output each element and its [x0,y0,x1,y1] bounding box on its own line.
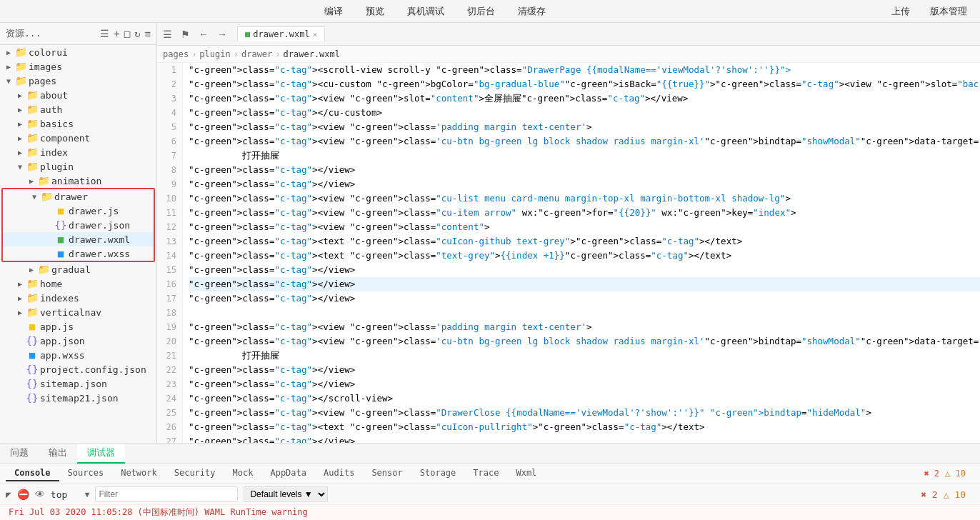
subtab-security[interactable]: Security [166,466,224,481]
eye-icon[interactable]: 👁 [35,489,45,500]
preview-button[interactable]: 预览 [361,4,389,19]
sidebar-item-home[interactable]: ▶ 📁 home [0,276,156,291]
sidebar-item-app-wxss[interactable]: ▶ ■ app.wxss [0,348,156,362]
device-debug-button[interactable]: 真机调试 [403,4,449,19]
expand-icon[interactable]: ◤ [6,489,11,500]
sidebar-title: 资源... [6,27,94,40]
level-select[interactable]: Default levels ▼ [244,486,328,502]
sidebar-item-app-js[interactable]: ▶ ■ app.js [0,319,156,334]
code-editor[interactable]: 1234567891011121314151617181920212223242… [157,63,980,443]
refresh-icon[interactable]: ↻ [134,28,140,39]
tab-close-button[interactable]: ✕ [313,30,318,39]
clear-cache-button[interactable]: 清缓存 [514,4,550,19]
bottom-sub-tabs: Console Sources Network Security Mock Ap… [0,464,980,484]
sidebar-item-drawer-js[interactable]: ▶ ■ drawer.js [3,204,154,218]
json-file-icon: {} [54,219,67,231]
sidebar-item-auth[interactable]: ▶ 📁 auth [0,102,156,116]
subtab-appdata[interactable]: AppData [261,466,315,481]
upload-button[interactable]: 上传 [887,4,914,19]
menu-icon[interactable]: ≡ [145,28,151,39]
sidebar-item-index[interactable]: ▶ 📁 index [0,145,156,159]
item-label: verticalnav [40,307,101,318]
tab-label: drawer.wxml [253,29,309,39]
version-manage-button[interactable]: 版本管理 [926,4,971,19]
sidebar-item-drawer[interactable]: ▼ 📁 drawer [3,189,154,204]
sidebar-item-drawer-json[interactable]: ▶ {} drawer.json [3,218,154,232]
hamburger-icon[interactable]: ☰ [100,28,109,39]
folder-icon: 📁 [26,161,39,172]
block-icon[interactable]: ⛔ [17,489,29,500]
sidebar-item-plugin[interactable]: ▼ 📁 plugin [0,159,156,174]
js-file-icon: ■ [26,321,39,332]
wxss-file-icon: ■ [26,349,39,361]
filter-input[interactable] [95,486,238,502]
folder-icon: 📁 [14,46,27,58]
expand-arrow: ▶ [3,49,14,56]
sidebar-item-project-config[interactable]: ▶ {} project.config.json [0,362,156,376]
compile-button[interactable]: 编译 [320,4,347,19]
subtab-trace[interactable]: Trace [464,466,507,481]
folder-add-icon[interactable]: □ [124,28,130,39]
sidebar-item-images[interactable]: ▶ 📁 images [0,59,156,74]
item-label: drawer.wxml [69,234,130,245]
breadcrumb-segment-2[interactable]: drawer [241,49,272,59]
folder-icon: 📁 [37,175,50,186]
sidebar-item-colorui[interactable]: ▶ 📁 colorui [0,45,156,59]
expand-arrow: ▶ [14,149,26,156]
subtab-wxml[interactable]: Wxml [507,466,545,481]
breadcrumb-segment-1[interactable]: plugin [199,49,230,59]
editor-area: ☰ ⚑ ← → ■ drawer.wxml ✕ pages › plugin ›… [157,23,980,443]
sidebar-item-about[interactable]: ▶ 📁 about [0,88,156,102]
expand-arrow: ▶ [14,309,26,316]
tab-back-button[interactable]: ← [196,27,211,41]
drawer-wxml-tab[interactable]: ■ drawer.wxml ✕ [237,26,325,41]
item-label: index [40,147,68,158]
sidebar-item-sitemap21-json[interactable]: ▶ {} sitemap21.json [0,391,156,405]
breadcrumb-sep-1: › [234,49,239,59]
item-label: pages [29,76,56,86]
dropdown-arrow[interactable]: ▼ [85,490,90,499]
sidebar-item-pages[interactable]: ▼ 📁 pages [0,74,156,88]
subtab-sensor[interactable]: Sensor [363,466,411,481]
tab-menu-button[interactable]: ☰ [160,27,175,41]
code-content[interactable]: "c-green">class="c-tag"><scroll-view scr… [183,63,980,443]
subtab-console[interactable]: Console [6,466,59,481]
sidebar-item-verticalnav[interactable]: ▶ 📁 verticalnav [0,305,156,319]
sidebar-item-indexes[interactable]: ▶ 📁 indexes [0,291,156,305]
expand-arrow: ▶ [14,294,26,302]
sidebar-item-animation[interactable]: ▶ 📁 animation [0,174,156,188]
tab-bookmark-button[interactable]: ⚑ [178,27,193,41]
json-file-icon: {} [26,378,39,389]
subtab-network[interactable]: Network [112,466,166,481]
subtab-mock[interactable]: Mock [224,466,262,481]
bottom-tab-debugger[interactable]: 调试器 [77,444,125,464]
item-label: colorui [29,47,68,58]
subtab-storage[interactable]: Storage [411,466,465,481]
item-label: plugin [40,161,74,172]
top-toolbar: 编译 预览 真机调试 切后台 清缓存 上传 版本管理 [0,0,980,23]
item-label: project.config.json [40,364,146,375]
subtab-audits[interactable]: Audits [315,466,363,481]
sidebar-item-drawer-wxml[interactable]: ▶ ■ drawer.wxml [3,232,154,246]
sidebar-item-sitemap-json[interactable]: ▶ {} sitemap.json [0,376,156,391]
add-icon[interactable]: + [114,28,119,39]
sidebar-item-basics[interactable]: ▶ 📁 basics [0,116,156,131]
folder-icon: 📁 [37,264,50,275]
json-file-icon: {} [26,392,39,404]
sidebar-icons: ☰ + □ ↻ ≡ [100,28,151,39]
bottom-tab-output[interactable]: 输出 [39,444,77,464]
warning-count: △ 10 [945,469,966,479]
drawer-folder-group: ▼ 📁 drawer ▶ ■ drawer.js ▶ {} drawer.jso… [1,188,155,262]
subtab-sources[interactable]: Sources [59,466,113,481]
sidebar-item-app-json[interactable]: ▶ {} app.json [0,334,156,348]
breadcrumb-segment-0[interactable]: pages [163,49,189,59]
sidebar-item-component[interactable]: ▶ 📁 component [0,131,156,145]
tab-forward-button[interactable]: → [214,27,230,41]
expand-arrow: ▶ [3,63,14,71]
editor-tabs: ☰ ⚑ ← → ■ drawer.wxml ✕ [157,23,980,46]
switch-backend-button[interactable]: 切后台 [463,4,499,19]
sidebar-item-drawer-wxss[interactable]: ▶ ■ drawer.wxss [3,246,154,261]
bottom-tab-issues[interactable]: 问题 [0,444,39,464]
folder-icon: 📁 [26,132,39,144]
sidebar-item-gradual[interactable]: ▶ 📁 gradual [0,262,156,276]
